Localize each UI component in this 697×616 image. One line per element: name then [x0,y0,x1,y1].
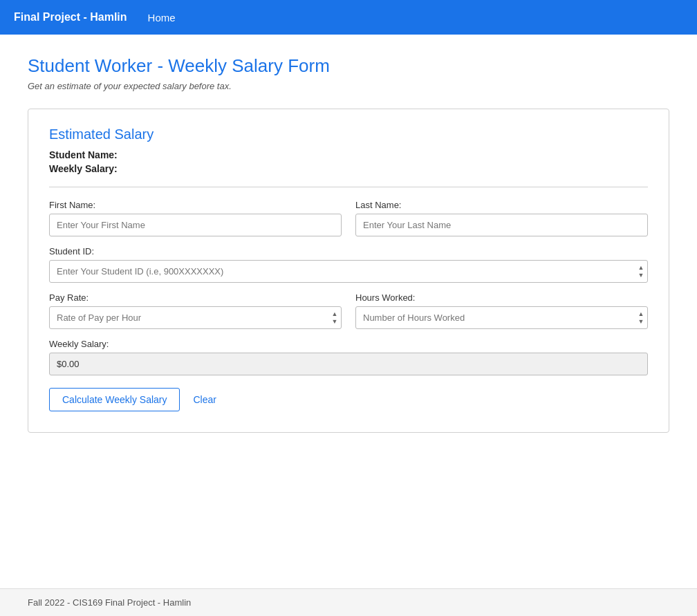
hours-worked-label: Hours Worked: [355,292,648,303]
pay-hours-row: Pay Rate: ▲ ▼ Hours Worked: ▲ ▼ [49,292,648,329]
pay-rate-spinners: ▲ ▼ [329,310,340,326]
hours-worked-down-arrow[interactable]: ▼ [635,318,647,326]
student-id-spinners: ▲ ▼ [635,264,647,279]
salary-card: Estimated Salary Student Name: Weekly Sa… [28,109,669,433]
footer-text: Fall 2022 - CIS169 Final Project - Hamli… [28,597,191,608]
student-name-display: Student Name: [49,149,648,160]
hours-worked-spinners: ▲ ▼ [635,310,647,326]
navbar-home-link[interactable]: Home [148,12,176,24]
divider [49,187,648,187]
student-id-down-arrow[interactable]: ▼ [635,272,647,279]
navbar-brand: Final Project - Hamlin [14,11,127,24]
calculate-button[interactable]: Calculate Weekly Salary [49,388,180,411]
weekly-salary-display: Weekly Salary: [49,163,648,174]
first-name-label: First Name: [49,200,342,210]
weekly-salary-group: Weekly Salary: $0.00 [49,339,648,375]
page-subtitle: Get an estimate of your expected salary … [28,81,669,91]
student-id-group: Student ID: ▲ ▼ [49,246,648,283]
pay-rate-input[interactable] [49,306,342,329]
pay-rate-down-arrow[interactable]: ▼ [329,318,340,326]
student-id-row: Student ID: ▲ ▼ [49,246,648,283]
first-name-group: First Name: [49,200,342,236]
name-row: First Name: Last Name: [49,200,648,236]
button-row: Calculate Weekly Salary Clear [49,388,648,411]
page-title: Student Worker - Weekly Salary Form [28,55,669,77]
hours-worked-group: Hours Worked: ▲ ▼ [355,292,648,329]
weekly-salary-label: Weekly Salary: [49,339,648,349]
student-id-up-arrow[interactable]: ▲ [635,264,647,272]
main-content: Student Worker - Weekly Salary Form Get … [0,35,697,588]
weekly-salary-value: $0.00 [49,353,648,375]
student-id-spinner-wrap: ▲ ▼ [49,260,648,283]
last-name-label: Last Name: [355,200,648,210]
last-name-group: Last Name: [355,200,648,236]
footer: Fall 2022 - CIS169 Final Project - Hamli… [0,588,697,616]
hours-worked-input[interactable] [355,306,648,329]
navbar: Final Project - Hamlin Home [0,0,697,35]
last-name-input[interactable] [355,214,648,236]
student-id-input[interactable] [49,260,648,283]
hours-worked-spinner-wrap: ▲ ▼ [355,306,648,329]
pay-rate-group: Pay Rate: ▲ ▼ [49,292,342,329]
weekly-salary-row: Weekly Salary: $0.00 [49,339,648,375]
student-id-label: Student ID: [49,246,648,256]
hours-worked-up-arrow[interactable]: ▲ [635,310,647,318]
pay-rate-label: Pay Rate: [49,292,342,303]
first-name-input[interactable] [49,214,342,236]
pay-rate-up-arrow[interactable]: ▲ [329,310,340,318]
pay-rate-spinner-wrap: ▲ ▼ [49,306,342,329]
estimated-salary-heading: Estimated Salary [49,127,648,142]
clear-button[interactable]: Clear [190,389,219,411]
